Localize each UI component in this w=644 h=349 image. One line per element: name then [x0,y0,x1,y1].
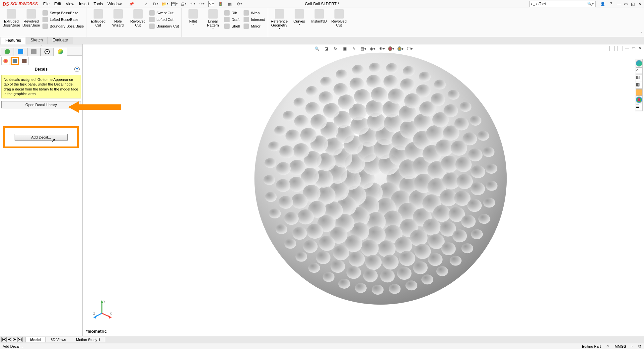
swept-boss-button[interactable]: Swept Boss/Base [42,10,85,16]
tab-features[interactable]: Features [1,37,26,44]
decals-tab[interactable] [11,57,19,65]
menu-insert[interactable]: Insert [79,2,89,6]
configuration-manager-tab[interactable] [27,48,40,56]
restore-icon[interactable]: ▭ [624,2,628,6]
user-icon[interactable]: 👤 [600,2,605,6]
rebuild-icon[interactable]: 🚦 [218,1,224,7]
print-icon[interactable]: 🖨 [180,1,186,7]
fillet-button[interactable]: Fillet▾ [184,9,202,30]
bottom-tab-model[interactable]: Model [25,337,46,342]
curves-button[interactable]: Curves▾ [290,9,309,30]
bottom-tab-3d-views[interactable]: 3D Views [46,337,71,342]
svg-point-140 [470,165,485,178]
hole-wizard-button[interactable]: Hole Wizard [109,9,127,29]
search-icon[interactable]: 🔍▾ [587,2,594,6]
intersect-button[interactable]: Intersect [243,17,265,23]
mirror-button[interactable]: Mirror [243,23,265,29]
display-manager-tab[interactable] [54,48,67,56]
revolved-cut-button[interactable]: Revolved Cut [129,9,147,29]
viewport-minimize-icon[interactable]: — [625,46,629,51]
nav-prev-icon[interactable]: ⮜ [7,337,12,342]
scenes-tab[interactable] [20,57,29,65]
search-box[interactable]: ▸_ 🔍▾ [529,1,596,7]
select-icon[interactable]: ↖ [208,1,214,7]
viewport-maximize-icon[interactable]: ▭ [632,46,635,51]
collapse-ribbon-icon[interactable]: ˇ [641,31,642,36]
boundary-boss-button[interactable]: Boundary Boss/Base [42,23,85,29]
linear-pattern-button[interactable]: Linear Pattern▾ [204,9,222,30]
nav-first-icon[interactable]: |⮜ [1,337,7,342]
graphics-viewport[interactable]: 🔍 ◪ ↻ ▣ ✎ ▦▾ ◉▾ 👁▾ ▾ ▾ 🖵▾ — ▭ ✕ [83,44,644,336]
svg-point-135 [431,93,445,106]
extruded-boss-button[interactable]: Extruded Boss/Base [2,9,21,29]
appearances-scenes-icon[interactable] [636,89,642,96]
bottom-tab-motion-study[interactable]: Motion Study 1 [71,337,105,342]
lofted-boss-button[interactable]: Lofted Boss/Base [42,17,85,23]
svg-point-86 [333,245,349,261]
open-icon[interactable]: 📂 [162,1,168,7]
swept-cut-button[interactable]: Swept Cut [149,10,179,16]
svg-point-164 [306,86,318,96]
close-icon[interactable]: ✕ [638,2,641,6]
menu-file[interactable]: File [43,2,49,6]
undo-icon[interactable]: ↶ [190,1,196,7]
feature-manager-tab[interactable] [1,48,14,56]
help-icon[interactable]: ? [610,2,612,6]
status-units[interactable]: MMGS [615,344,626,348]
search-input[interactable] [536,2,587,6]
svg-point-158 [263,175,275,185]
menu-edit[interactable]: Edit [54,2,61,6]
tab-evaluate[interactable]: Evaluate [48,37,73,44]
golf-ball-model[interactable] [251,49,510,308]
reference-geometry-button[interactable]: Reference Geometry▾ [270,9,289,30]
status-warning-icon[interactable]: ⚠ [606,344,609,348]
redo-icon[interactable]: ↷ [199,1,205,7]
property-manager-tab[interactable] [14,48,27,56]
menu-view[interactable]: View [66,2,74,6]
solidworks-resources-icon[interactable] [636,60,642,67]
shell-button[interactable]: Shell [224,23,240,29]
settings-icon[interactable]: ⚙ [236,1,242,7]
menu-tools[interactable]: Tools [94,2,103,6]
svg-point-127 [305,102,320,115]
add-decal-button[interactable]: Add Decal... [15,134,68,141]
svg-point-175 [469,116,481,126]
splitter[interactable]: • [0,44,82,47]
home-icon[interactable]: ⌂ [143,1,149,7]
revolved-cut-button-2[interactable]: Revolved Cut [330,9,348,30]
lofted-cut-button[interactable]: Lofted Cut [149,17,179,23]
svg-point-137 [454,118,469,131]
revolved-boss-button[interactable]: Revolved Boss/Base [22,9,40,29]
status-balloon-icon[interactable]: ◔ [638,344,641,348]
draft-button[interactable]: Draft [224,17,240,23]
custom-properties-icon[interactable] [636,96,642,103]
options-grid-icon[interactable]: ▦ [227,1,233,7]
svg-point-151 [322,272,334,282]
panel-help-icon[interactable]: ? [74,67,80,72]
extruded-cut-button[interactable]: Extruded Cut [89,9,107,29]
viewport-float-icon[interactable] [609,46,614,51]
save-icon[interactable]: 💾 [171,1,177,7]
view-triad-icon[interactable]: Y X Z [93,299,112,319]
wrap-button[interactable]: Wrap [243,10,265,16]
dimxpert-manager-tab[interactable] [40,48,54,56]
minimize-icon[interactable]: — [617,2,621,6]
instant3d-button[interactable]: Instant3D [310,9,328,30]
pin-icon[interactable]: 📌 [129,2,134,6]
command-tab-row: Features Sketch Evaluate [0,37,644,44]
viewport-close-icon[interactable]: ✕ [638,46,641,51]
nav-next-icon[interactable]: ⮞ [12,337,17,342]
forum-icon[interactable]: ☰ [636,104,642,110]
appearances-tab[interactable] [1,57,10,65]
tab-sketch[interactable]: Sketch [26,37,48,44]
design-library-icon[interactable]: ⌂ [636,67,642,74]
view-palette-icon[interactable]: ▦ [636,82,642,88]
viewport-split-icon[interactable] [617,46,622,51]
nav-last-icon[interactable]: ⮞| [17,337,23,342]
new-icon[interactable]: 🗋 [153,1,159,7]
maximize-icon[interactable]: ◱ [631,2,635,6]
boundary-cut-button[interactable]: Boundary Cut [149,23,179,29]
menu-window[interactable]: Window [107,2,122,6]
file-explorer-icon[interactable]: ▥ [636,75,642,81]
rib-button[interactable]: Rib [224,10,240,16]
